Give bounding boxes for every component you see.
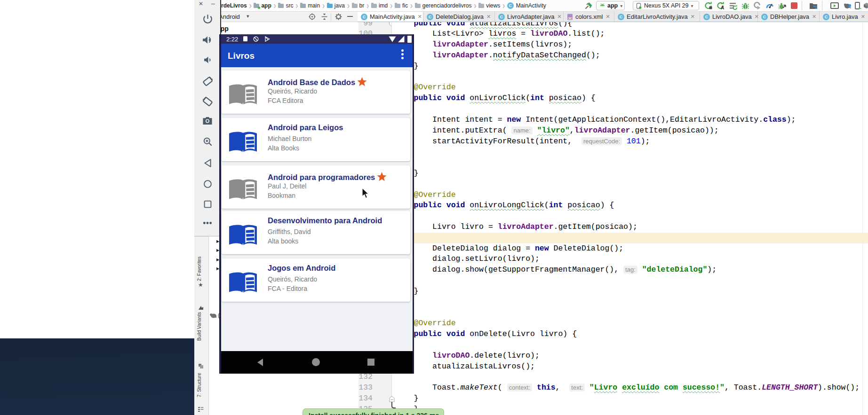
svg-text:A: A [721,5,724,10]
